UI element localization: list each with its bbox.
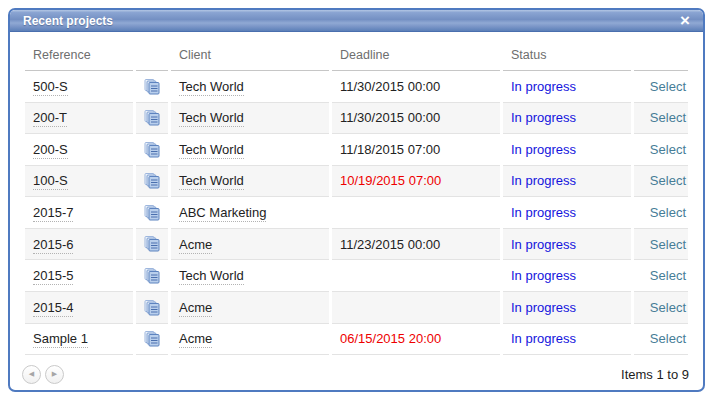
deadline-value: [332, 260, 500, 292]
recent-projects-dialog: Recent projects × Reference Client Deadl…: [8, 8, 705, 392]
project-reference[interactable]: 200-S: [33, 142, 68, 159]
deadline-value-overdue: 06/15/2015 20:00: [332, 324, 500, 356]
project-reference[interactable]: 100-S: [33, 173, 68, 190]
select-button[interactable]: Select: [650, 300, 686, 315]
table-row: Sample 1 Acme 06/15/2015 20:00 In progre…: [25, 324, 688, 356]
select-button[interactable]: Select: [650, 110, 686, 125]
table-row: 2015-4 Acme In progress Select: [25, 292, 688, 324]
project-reference[interactable]: 500-S: [33, 79, 68, 96]
table-row: 2015-6 Acme 11/23/2015 00:00 In progress…: [25, 229, 688, 261]
client-name[interactable]: Acme: [179, 237, 212, 254]
deadline-value: 11/23/2015 00:00: [332, 229, 500, 261]
deadline-value: 11/30/2015 00:00: [332, 71, 500, 103]
projects-table: Reference Client Deadline Status 500-S T…: [22, 32, 691, 355]
deadline-value-overdue: 10/19/2015 07:00: [332, 166, 500, 198]
header-deadline: Deadline: [332, 32, 500, 71]
status-text: In progress: [511, 173, 576, 188]
table-row: 100-S Tech World 10/19/2015 07:00 In pro…: [25, 166, 688, 198]
project-reference[interactable]: 2015-5: [33, 268, 73, 285]
header-client: Client: [171, 32, 329, 71]
dialog-content: Reference Client Deadline Status 500-S T…: [10, 32, 703, 392]
client-icon: [144, 173, 160, 189]
status-text: In progress: [511, 205, 576, 220]
arrow-right-icon: ▶: [52, 370, 57, 378]
deadline-value: 11/30/2015 00:00: [332, 103, 500, 135]
client-name[interactable]: Tech World: [179, 268, 244, 285]
client-icon: [144, 110, 160, 126]
client-name[interactable]: Tech World: [179, 142, 244, 159]
pagination-row: ◀ ▶ Items 1 to 9: [22, 363, 691, 385]
status-text: In progress: [511, 237, 576, 252]
select-button[interactable]: Select: [650, 331, 686, 346]
items-count-label: Items 1 to 9: [621, 367, 691, 382]
previous-page-button[interactable]: ◀: [22, 365, 41, 384]
table-row: 2015-7 ABC Marketing In progress Select: [25, 197, 688, 229]
project-reference[interactable]: 200-T: [33, 110, 67, 127]
deadline-value: [332, 292, 500, 324]
header-status: Status: [503, 32, 631, 71]
table-header-row: Reference Client Deadline Status: [25, 32, 688, 71]
status-text: In progress: [511, 110, 576, 125]
header-select-spacer: [634, 32, 688, 71]
client-icon: [144, 79, 160, 95]
client-icon: [144, 331, 160, 347]
client-name[interactable]: ABC Marketing: [179, 205, 266, 222]
status-text: In progress: [511, 331, 576, 346]
arrow-left-icon: ◀: [29, 370, 34, 378]
client-name[interactable]: Tech World: [179, 110, 244, 127]
client-icon: [144, 300, 160, 316]
client-name[interactable]: Acme: [179, 331, 212, 348]
project-reference[interactable]: Sample 1: [33, 331, 88, 348]
deadline-value: 11/18/2015 07:00: [332, 134, 500, 166]
table-row: 500-S Tech World 11/30/2015 00:00 In pro…: [25, 71, 688, 103]
table-row: 200-S Tech World 11/18/2015 07:00 In pro…: [25, 134, 688, 166]
client-name[interactable]: Acme: [179, 300, 212, 317]
close-icon[interactable]: ×: [680, 10, 690, 32]
project-reference[interactable]: 2015-7: [33, 205, 73, 222]
client-icon: [144, 268, 160, 284]
client-name[interactable]: Tech World: [179, 173, 244, 190]
project-reference[interactable]: 2015-4: [33, 300, 73, 317]
status-text: In progress: [511, 142, 576, 157]
status-text: In progress: [511, 300, 576, 315]
table-row: 2015-5 Tech World In progress Select: [25, 260, 688, 292]
header-icon-spacer: [136, 32, 168, 71]
client-icon: [144, 205, 160, 221]
header-reference: Reference: [25, 32, 133, 71]
project-reference[interactable]: 2015-6: [33, 237, 73, 254]
status-text: In progress: [511, 268, 576, 283]
client-icon: [144, 142, 160, 158]
next-page-button[interactable]: ▶: [45, 365, 64, 384]
dialog-title: Recent projects: [10, 14, 113, 28]
select-button[interactable]: Select: [650, 142, 686, 157]
client-name[interactable]: Tech World: [179, 79, 244, 96]
table-row: 200-T Tech World 11/30/2015 00:00 In pro…: [25, 103, 688, 135]
select-button[interactable]: Select: [650, 79, 686, 94]
deadline-value: [332, 197, 500, 229]
select-button[interactable]: Select: [650, 205, 686, 220]
select-button[interactable]: Select: [650, 237, 686, 252]
select-button[interactable]: Select: [650, 268, 686, 283]
select-button[interactable]: Select: [650, 173, 686, 188]
status-text: In progress: [511, 79, 576, 94]
dialog-titlebar[interactable]: Recent projects ×: [10, 10, 703, 32]
client-icon: [144, 236, 160, 252]
